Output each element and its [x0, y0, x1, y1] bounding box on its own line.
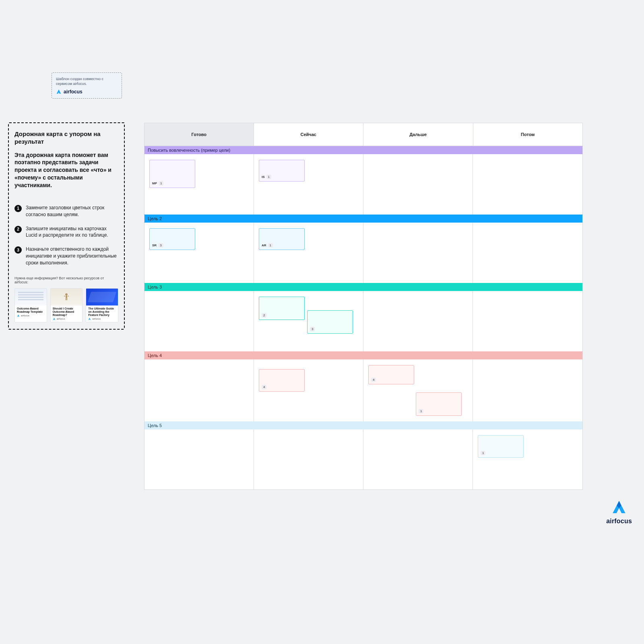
panel-description: Эта дорожная карта поможет вам поэтапно … [14, 151, 118, 189]
board-cell[interactable] [363, 429, 473, 490]
panel-resources: Outcome-Based Roadmap Template airfocus … [14, 288, 118, 322]
step-number: 1 [14, 205, 22, 212]
goal-bar[interactable]: Цель 5 [144, 421, 583, 429]
column-header-done: Готово [144, 123, 254, 146]
card-initials: IS [262, 175, 265, 179]
board-cell[interactable] [144, 429, 254, 490]
board-cell[interactable] [473, 223, 582, 283]
goal-bar[interactable]: Цель 4 [144, 351, 583, 359]
board-cell[interactable] [473, 291, 582, 351]
board-cell[interactable] [363, 291, 473, 351]
board-cell[interactable]: SR 3 [144, 223, 254, 283]
airfocus-wordmark: airfocus [64, 89, 83, 95]
column-header-next: Дальше [363, 123, 473, 146]
card-badge: 3 [310, 327, 315, 331]
panel-step: 1 Замените заголовки цветных строк согла… [14, 204, 118, 218]
initiative-card[interactable]: 1 [416, 392, 462, 416]
airfocus-icon [53, 318, 56, 320]
attribution-text: Шаблон создан совместно с сервисом airfo… [56, 76, 118, 86]
resource-card[interactable]: The Ultimate Guide on Avoiding the Featu… [86, 288, 118, 322]
step-text: Назначьте ответственного по каждой иници… [26, 246, 118, 266]
card-stack: 2 3 [259, 297, 358, 334]
board-cell[interactable] [473, 359, 582, 421]
board-cell[interactable]: 1 [473, 429, 582, 490]
resource-card[interactable]: Should I Create Outcome-Based Roadmap? a… [50, 288, 83, 322]
panel-steps: 1 Замените заголовки цветных строк согла… [14, 204, 118, 266]
card-stack: 4 1 [368, 365, 468, 416]
column-header-now: Сейчас [254, 123, 364, 146]
airfocus-icon [88, 318, 91, 320]
initiative-card[interactable]: 2 [259, 297, 305, 320]
board-cell[interactable] [144, 359, 254, 421]
board-cell[interactable] [144, 291, 254, 351]
resource-brand: airfocus [86, 318, 118, 322]
resource-brand-text: airfocus [21, 314, 29, 317]
attribution-note: Шаблон создан совместно с сервисом airfo… [52, 72, 122, 99]
step-number: 2 [14, 226, 22, 233]
panel-step: 3 Назначьте ответственного по каждой ини… [14, 246, 118, 266]
svg-rect-5 [66, 298, 67, 300]
goal-row: 4 4 1 [144, 359, 583, 421]
goal-bar[interactable]: Цель 2 [144, 215, 583, 223]
goal-row: MP 1 IS 1 [144, 154, 583, 215]
board-cell[interactable]: MP 1 [144, 154, 254, 215]
card-badge: 1 [159, 181, 163, 186]
airfocus-icon [611, 499, 627, 516]
card-badge: 4 [371, 378, 376, 382]
svg-rect-2 [64, 295, 65, 296]
resource-title: Outcome-Based Roadmap Template [15, 305, 47, 314]
board-cell[interactable] [363, 223, 473, 283]
resource-thumb [86, 289, 118, 305]
mannequin-icon [61, 292, 72, 302]
goal-bar[interactable]: Повысить вовлеченность (пример цели) [144, 146, 583, 154]
card-initials: SR [152, 244, 157, 247]
initiative-card[interactable]: IS 1 [259, 160, 305, 182]
card-badge: 1 [266, 175, 271, 179]
card-badge: 1 [481, 451, 485, 455]
resource-card[interactable]: Outcome-Based Roadmap Template airfocus [14, 288, 47, 322]
resource-thumb [51, 289, 83, 305]
goal-row: SR 3 AR 1 [144, 223, 583, 283]
initiative-card[interactable]: 4 [368, 365, 414, 384]
board-cell[interactable] [363, 154, 473, 215]
step-number: 3 [14, 246, 22, 254]
info-panel: Дорожная карта с упором на результат Эта… [8, 122, 125, 330]
panel-title: Дорожная карта с упором на результат [14, 130, 118, 146]
initiative-card[interactable]: MP 1 [149, 160, 195, 188]
airfocus-icon [17, 314, 20, 317]
board-cell[interactable]: 4 [254, 359, 363, 421]
resource-title: Should I Create Outcome-Based Roadmap? [51, 305, 83, 318]
svg-rect-1 [66, 295, 67, 298]
initiative-card[interactable]: 4 [259, 369, 305, 392]
roadmap-board: Готово Сейчас Дальше Потом Повысить вовл… [144, 123, 583, 490]
board-cell[interactable]: 2 3 [254, 291, 363, 351]
column-header-later: Потом [473, 123, 583, 146]
airfocus-icon [56, 89, 62, 95]
airfocus-logo: airfocus [606, 499, 632, 525]
goal-row: 2 3 [144, 291, 583, 351]
initiative-card[interactable]: 1 [478, 435, 524, 458]
initiative-card[interactable]: SR 3 [149, 228, 195, 250]
card-badge: 3 [158, 243, 163, 248]
board-cell[interactable]: AR 1 [254, 223, 363, 283]
board-header: Готово Сейчас Дальше Потом [144, 123, 583, 146]
resource-brand-text: airfocus [57, 318, 65, 320]
airfocus-wordmark: airfocus [606, 518, 632, 525]
initiative-card[interactable]: AR 1 [259, 228, 305, 250]
panel-step: 2 Запишите инициативы на карточках Lucid… [14, 225, 118, 239]
resource-brand: airfocus [51, 318, 83, 322]
svg-rect-3 [68, 295, 69, 296]
board-cell[interactable]: 4 1 [363, 359, 473, 421]
board-cell[interactable] [473, 154, 582, 215]
goal-row: 1 [144, 429, 583, 490]
initiative-card[interactable]: 3 [307, 310, 353, 334]
board-cell[interactable] [254, 429, 363, 490]
goal-bar[interactable]: Цель 3 [144, 283, 583, 291]
card-badge: 2 [262, 313, 266, 318]
panel-more-info: Нужна еще информация? Вот несколько ресу… [14, 276, 118, 284]
board-cell[interactable]: IS 1 [254, 154, 363, 215]
card-initials: AR [262, 244, 266, 247]
resource-brand-text: airfocus [92, 318, 101, 320]
resource-title: The Ultimate Guide on Avoiding the Featu… [86, 305, 118, 318]
card-initials: MP [152, 182, 157, 185]
